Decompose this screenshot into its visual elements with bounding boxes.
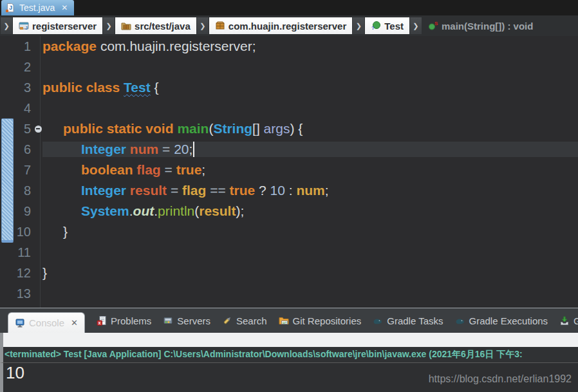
code-token: result	[130, 183, 167, 198]
tab-servers[interactable]: Servers	[163, 315, 210, 326]
code-line-content[interactable]: }	[42, 224, 578, 239]
breadcrumb-chevron-icon[interactable]: ❯	[353, 17, 364, 34]
code-line-content[interactable]: Integer result = flag == true ? 10 : num…	[42, 183, 578, 198]
search-icon	[222, 315, 232, 326]
tab-gradle-tasks[interactable]: Gradle Tasks	[373, 315, 443, 326]
line-number[interactable]: 12	[0, 266, 33, 281]
code-line-content[interactable]: System.out.println(result);	[42, 203, 578, 219]
svg-text:?: ?	[371, 25, 375, 31]
code-line-content[interactable]: Integer num = 20;	[42, 142, 578, 157]
breadcrumb-label: registerserver	[32, 21, 97, 32]
code-line[interactable]: 7boolean flag = true;	[0, 160, 578, 180]
code-token: (	[209, 121, 213, 136]
code-token: }	[63, 224, 68, 239]
code-line-content[interactable]: public static void main(String[] args) {	[42, 121, 578, 136]
servers-icon	[163, 315, 173, 326]
breadcrumb-chevron-icon[interactable]: ❯	[410, 17, 422, 34]
line-number[interactable]: 6	[0, 142, 33, 157]
line-number[interactable]: 7	[0, 163, 33, 178]
tab-label: Git Repositories	[293, 315, 362, 326]
code-line[interactable]: 2	[0, 57, 578, 77]
line-number[interactable]: 11	[0, 245, 33, 260]
code-line[interactable]: 4	[0, 98, 578, 118]
breadcrumb-chevron-icon[interactable]: ❯	[197, 17, 209, 34]
fold-collapse-icon[interactable]	[35, 126, 42, 133]
code-token: package	[42, 39, 100, 54]
git-repositories-icon: GIT	[279, 315, 289, 326]
tab-gradle-executions[interactable]: Gradle Executions	[455, 315, 548, 326]
tab-search[interactable]: Search	[222, 315, 267, 326]
source-folder-icon	[121, 21, 131, 31]
tab-label: G	[573, 315, 578, 326]
code-line-content[interactable]: }	[42, 265, 578, 281]
breadcrumb-item-package[interactable]: com.huajin.registerserver	[209, 17, 352, 34]
code-token: num	[296, 183, 324, 198]
code-token: (	[194, 203, 199, 219]
code-token: ) {	[290, 121, 303, 136]
line-number[interactable]: 8	[0, 183, 33, 198]
tab-close-icon[interactable]: ✕	[61, 3, 68, 12]
code-line[interactable]: 9System.out.println(result);	[0, 201, 578, 221]
svg-text:S: S	[434, 21, 438, 26]
code-token: ==	[206, 183, 229, 198]
breadcrumb-label: main(String[]) : void	[442, 21, 534, 32]
tab-problems[interactable]: x Problems	[97, 315, 151, 326]
line-number[interactable]: 13	[0, 286, 33, 301]
line-number[interactable]: 2	[0, 60, 33, 75]
line-number[interactable]: 10	[0, 225, 33, 239]
editor-tab-testjava[interactable]: J Test.java ✕	[1, 0, 74, 15]
code-editor[interactable]: 1package com.huajin.registerserver;23pub…	[0, 36, 578, 308]
code-line[interactable]: 11	[0, 242, 578, 263]
code-line[interactable]: 6Integer num = 20;	[0, 139, 578, 160]
code-token: args	[264, 121, 290, 136]
code-token: public class	[42, 80, 124, 95]
code-line[interactable]: 5public static void main(String[] args) …	[0, 118, 578, 139]
tab-close-icon[interactable]: ✕	[71, 318, 78, 328]
tab-label: Servers	[177, 315, 210, 326]
breadcrumb-item-registerserver[interactable]: J registerserver	[13, 17, 102, 34]
code-token: flag	[182, 183, 206, 198]
line-number[interactable]: 5	[0, 122, 33, 136]
breadcrumb-item-test-class[interactable]: ? Test	[365, 17, 409, 34]
code-token: =	[167, 183, 182, 198]
breadcrumb: ❯ J registerserver ❯ src/test	[0, 15, 578, 36]
console-icon	[15, 318, 25, 328]
tab-truncated[interactable]: G	[559, 315, 578, 326]
tab-git-repositories[interactable]: GIT Git Repositories	[279, 315, 362, 326]
code-line[interactable]: 8Integer result = flag == true ? 10 : nu…	[0, 180, 578, 201]
code-line[interactable]: 12}	[0, 263, 578, 283]
code-token: ?	[255, 183, 270, 198]
line-number[interactable]: 4	[0, 101, 33, 116]
code-line-content[interactable]: package com.huajin.registerserver;	[42, 39, 578, 54]
breadcrumb-chevron-icon[interactable]: ❯	[1, 17, 12, 34]
tab-label: Problems	[111, 315, 151, 326]
code-line[interactable]: 3public class Test {	[0, 77, 578, 98]
svg-text:J: J	[25, 26, 28, 30]
line-number[interactable]: 9	[0, 204, 33, 219]
code-line-content[interactable]: public class Test {	[42, 80, 578, 95]
java-file-icon: J	[5, 3, 15, 13]
code-line[interactable]: 10}	[0, 221, 578, 242]
import-icon	[559, 315, 570, 326]
code-token: 20	[174, 142, 189, 157]
breadcrumb-item-src-test-java[interactable]: src/test/java	[115, 17, 196, 34]
class-icon: ?	[371, 21, 381, 31]
line-number[interactable]: 1	[0, 39, 33, 54]
code-token: ;	[201, 162, 205, 178]
console-status-bar: <terminated> Test [Java Application] C:\…	[0, 347, 578, 363]
tab-console[interactable]: Console ✕	[8, 312, 85, 333]
code-line-content[interactable]: boolean flag = true;	[42, 162, 578, 178]
console-output[interactable]: 10 https://blog.csdn.net/erlian1992	[0, 363, 578, 392]
tab-label: Gradle Executions	[469, 315, 548, 326]
breadcrumb-label: Test	[384, 21, 404, 32]
code-line[interactable]: 1package com.huajin.registerserver;	[0, 36, 578, 57]
code-line[interactable]: 13	[0, 283, 578, 304]
line-number[interactable]: 3	[0, 80, 33, 95]
breadcrumb-chevron-icon[interactable]: ❯	[103, 17, 115, 34]
code-token: out	[133, 203, 154, 219]
tab-label: Console	[29, 317, 64, 328]
fold-gutter[interactable]	[33, 126, 42, 133]
code-token: flag	[136, 162, 160, 178]
code-token: Integer	[81, 142, 126, 157]
breadcrumb-item-main-method[interactable]: S main(String[]) : void	[422, 17, 539, 34]
